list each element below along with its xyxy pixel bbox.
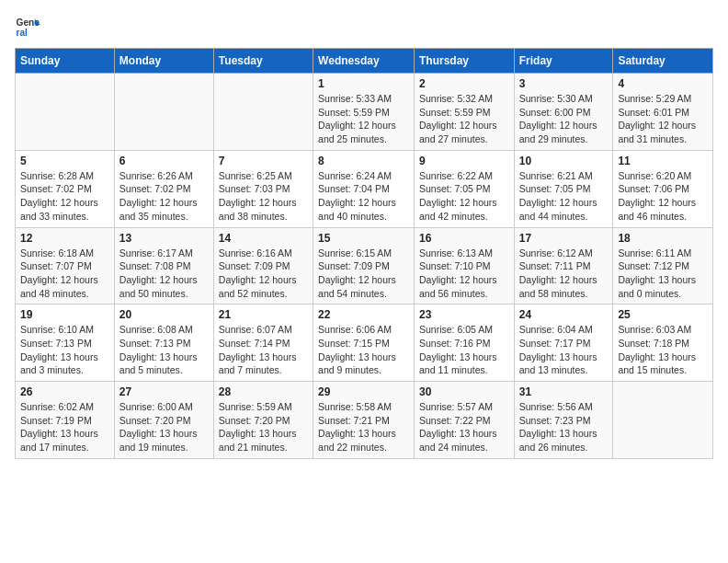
calendar-cell: 27Sunrise: 6:00 AM Sunset: 7:20 PM Dayli… xyxy=(114,382,213,459)
day-number: 6 xyxy=(119,155,209,167)
calendar-cell xyxy=(16,74,115,151)
day-detail: Sunrise: 6:02 AM Sunset: 7:19 PM Dayligh… xyxy=(20,400,109,454)
day-number: 29 xyxy=(318,385,409,398)
day-detail: Sunrise: 6:16 AM Sunset: 7:09 PM Dayligh… xyxy=(219,247,308,301)
day-number: 31 xyxy=(519,385,609,398)
day-number: 15 xyxy=(318,232,409,245)
day-detail: Sunrise: 6:06 AM Sunset: 7:15 PM Dayligh… xyxy=(318,323,409,377)
day-number: 28 xyxy=(219,385,308,398)
weekday-header: Monday xyxy=(114,49,213,74)
calendar-cell: 25Sunrise: 6:03 AM Sunset: 7:18 PM Dayli… xyxy=(613,304,713,382)
day-number: 5 xyxy=(20,155,109,167)
day-number: 24 xyxy=(519,308,609,321)
day-detail: Sunrise: 6:24 AM Sunset: 7:04 PM Dayligh… xyxy=(318,169,409,224)
calendar-cell: 19Sunrise: 6:10 AM Sunset: 7:13 PM Dayli… xyxy=(16,304,115,382)
calendar-cell xyxy=(613,382,713,459)
day-number: 9 xyxy=(419,155,509,167)
calendar-cell: 22Sunrise: 6:06 AM Sunset: 7:15 PM Dayli… xyxy=(313,304,415,382)
day-number: 19 xyxy=(20,308,109,321)
calendar-cell: 9Sunrise: 6:22 AM Sunset: 7:05 PM Daylig… xyxy=(414,150,514,227)
calendar-cell: 15Sunrise: 6:15 AM Sunset: 7:09 PM Dayli… xyxy=(313,227,415,304)
day-detail: Sunrise: 6:04 AM Sunset: 7:17 PM Dayligh… xyxy=(519,323,609,377)
calendar-week-row: 26Sunrise: 6:02 AM Sunset: 7:19 PM Dayli… xyxy=(16,382,713,459)
day-detail: Sunrise: 5:30 AM Sunset: 6:00 PM Dayligh… xyxy=(519,92,609,146)
weekday-header: Saturday xyxy=(613,49,713,74)
day-detail: Sunrise: 6:11 AM Sunset: 7:12 PM Dayligh… xyxy=(618,247,708,301)
day-detail: Sunrise: 6:25 AM Sunset: 7:03 PM Dayligh… xyxy=(219,169,308,224)
calendar-cell: 28Sunrise: 5:59 AM Sunset: 7:20 PM Dayli… xyxy=(213,382,313,459)
calendar-cell: 30Sunrise: 5:57 AM Sunset: 7:22 PM Dayli… xyxy=(414,382,514,459)
day-detail: Sunrise: 6:21 AM Sunset: 7:05 PM Dayligh… xyxy=(519,169,609,224)
weekday-header: Sunday xyxy=(16,49,115,74)
calendar-week-row: 19Sunrise: 6:10 AM Sunset: 7:13 PM Dayli… xyxy=(16,304,713,382)
calendar-cell: 10Sunrise: 6:21 AM Sunset: 7:05 PM Dayli… xyxy=(514,150,613,227)
day-detail: Sunrise: 6:03 AM Sunset: 7:18 PM Dayligh… xyxy=(618,323,708,377)
day-number: 7 xyxy=(219,155,308,167)
calendar-cell: 20Sunrise: 6:08 AM Sunset: 7:13 PM Dayli… xyxy=(114,304,213,382)
calendar-cell: 26Sunrise: 6:02 AM Sunset: 7:19 PM Dayli… xyxy=(16,382,115,459)
day-number: 20 xyxy=(119,308,209,321)
calendar-body: 1Sunrise: 5:33 AM Sunset: 5:59 PM Daylig… xyxy=(16,74,713,459)
day-number: 16 xyxy=(419,232,509,245)
day-detail: Sunrise: 6:15 AM Sunset: 7:09 PM Dayligh… xyxy=(318,247,409,301)
day-number: 18 xyxy=(618,232,708,245)
svg-text:ral: ral xyxy=(17,28,28,38)
calendar-cell: 13Sunrise: 6:17 AM Sunset: 7:08 PM Dayli… xyxy=(114,227,213,304)
day-detail: Sunrise: 5:58 AM Sunset: 7:21 PM Dayligh… xyxy=(318,400,409,454)
calendar-cell: 23Sunrise: 6:05 AM Sunset: 7:16 PM Dayli… xyxy=(414,304,514,382)
calendar-header-row: SundayMondayTuesdayWednesdayThursdayFrid… xyxy=(16,49,713,74)
day-number: 26 xyxy=(20,385,109,398)
day-detail: Sunrise: 5:59 AM Sunset: 7:20 PM Dayligh… xyxy=(219,400,308,454)
day-detail: Sunrise: 5:56 AM Sunset: 7:23 PM Dayligh… xyxy=(519,400,609,454)
day-number: 12 xyxy=(20,232,109,245)
calendar-cell: 3Sunrise: 5:30 AM Sunset: 6:00 PM Daylig… xyxy=(514,74,613,151)
day-number: 4 xyxy=(618,77,708,90)
calendar-cell: 8Sunrise: 6:24 AM Sunset: 7:04 PM Daylig… xyxy=(313,150,415,227)
logo: Gene ral xyxy=(15,15,44,40)
calendar-cell: 7Sunrise: 6:25 AM Sunset: 7:03 PM Daylig… xyxy=(213,150,313,227)
day-number: 2 xyxy=(419,77,509,90)
day-detail: Sunrise: 6:10 AM Sunset: 7:13 PM Dayligh… xyxy=(20,323,109,377)
calendar-week-row: 12Sunrise: 6:18 AM Sunset: 7:07 PM Dayli… xyxy=(16,227,713,304)
day-detail: Sunrise: 6:12 AM Sunset: 7:11 PM Dayligh… xyxy=(519,247,609,301)
day-number: 23 xyxy=(419,308,509,321)
day-detail: Sunrise: 5:32 AM Sunset: 5:59 PM Dayligh… xyxy=(419,92,509,146)
calendar-cell xyxy=(213,74,313,151)
day-detail: Sunrise: 6:00 AM Sunset: 7:20 PM Dayligh… xyxy=(119,400,209,454)
calendar-week-row: 1Sunrise: 5:33 AM Sunset: 5:59 PM Daylig… xyxy=(16,74,713,151)
day-detail: Sunrise: 5:29 AM Sunset: 6:01 PM Dayligh… xyxy=(618,92,708,146)
day-detail: Sunrise: 6:17 AM Sunset: 7:08 PM Dayligh… xyxy=(119,247,209,301)
calendar-cell: 14Sunrise: 6:16 AM Sunset: 7:09 PM Dayli… xyxy=(213,227,313,304)
day-number: 22 xyxy=(318,308,409,321)
day-number: 14 xyxy=(219,232,308,245)
calendar-cell: 6Sunrise: 6:26 AM Sunset: 7:02 PM Daylig… xyxy=(114,150,213,227)
calendar-cell: 31Sunrise: 5:56 AM Sunset: 7:23 PM Dayli… xyxy=(514,382,613,459)
day-number: 1 xyxy=(318,77,409,90)
day-number: 13 xyxy=(119,232,209,245)
day-detail: Sunrise: 5:57 AM Sunset: 7:22 PM Dayligh… xyxy=(419,400,509,454)
day-detail: Sunrise: 6:07 AM Sunset: 7:14 PM Dayligh… xyxy=(219,323,308,377)
weekday-header: Friday xyxy=(514,49,613,74)
calendar-cell: 18Sunrise: 6:11 AM Sunset: 7:12 PM Dayli… xyxy=(613,227,713,304)
day-detail: Sunrise: 6:28 AM Sunset: 7:02 PM Dayligh… xyxy=(20,169,109,224)
calendar-cell: 4Sunrise: 5:29 AM Sunset: 6:01 PM Daylig… xyxy=(613,74,713,151)
page-header: Gene ral xyxy=(15,15,713,40)
day-detail: Sunrise: 6:13 AM Sunset: 7:10 PM Dayligh… xyxy=(419,247,509,301)
calendar-week-row: 5Sunrise: 6:28 AM Sunset: 7:02 PM Daylig… xyxy=(16,150,713,227)
calendar-cell: 5Sunrise: 6:28 AM Sunset: 7:02 PM Daylig… xyxy=(16,150,115,227)
weekday-header: Thursday xyxy=(414,49,514,74)
calendar-cell: 11Sunrise: 6:20 AM Sunset: 7:06 PM Dayli… xyxy=(613,150,713,227)
day-number: 11 xyxy=(618,155,708,167)
day-detail: Sunrise: 6:20 AM Sunset: 7:06 PM Dayligh… xyxy=(618,169,708,224)
day-number: 3 xyxy=(519,77,609,90)
calendar-cell: 17Sunrise: 6:12 AM Sunset: 7:11 PM Dayli… xyxy=(514,227,613,304)
day-number: 25 xyxy=(618,308,708,321)
calendar-cell: 21Sunrise: 6:07 AM Sunset: 7:14 PM Dayli… xyxy=(213,304,313,382)
calendar-cell: 12Sunrise: 6:18 AM Sunset: 7:07 PM Dayli… xyxy=(16,227,115,304)
day-detail: Sunrise: 6:05 AM Sunset: 7:16 PM Dayligh… xyxy=(419,323,509,377)
calendar-cell: 29Sunrise: 5:58 AM Sunset: 7:21 PM Dayli… xyxy=(313,382,415,459)
logo-icon: Gene ral xyxy=(15,15,40,40)
day-detail: Sunrise: 6:22 AM Sunset: 7:05 PM Dayligh… xyxy=(419,169,509,224)
day-number: 27 xyxy=(119,385,209,398)
calendar-cell: 16Sunrise: 6:13 AM Sunset: 7:10 PM Dayli… xyxy=(414,227,514,304)
